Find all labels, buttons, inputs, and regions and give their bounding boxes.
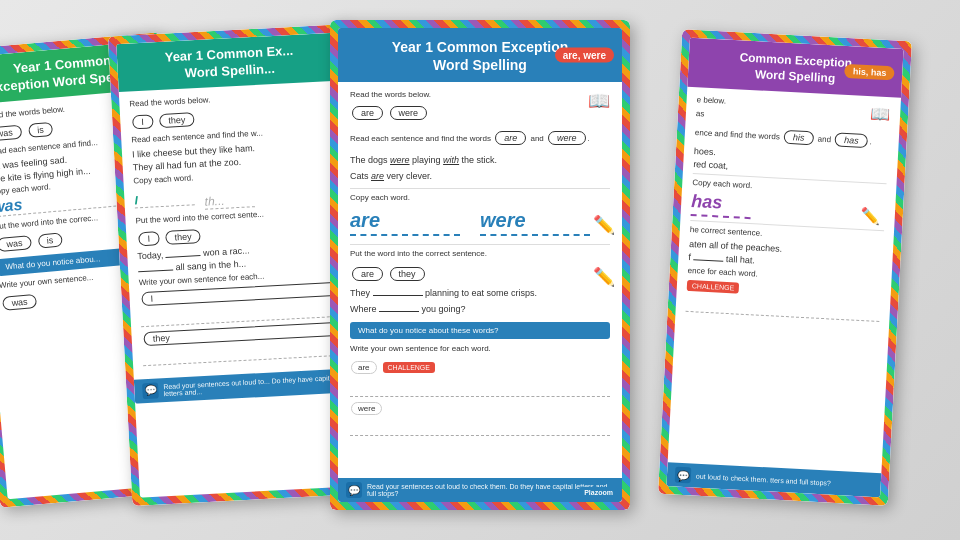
card4-challenge-badge: CHALLENGE — [687, 280, 740, 294]
card3-put-word-are: are — [352, 267, 383, 281]
card3-put-sentence1: They planning to eat some crisps. — [350, 288, 610, 298]
worksheet-card-4: Common ExceptionWord Spelling his, has 📖… — [658, 29, 912, 505]
scene: Year 1 Common Exception Word Spelling Re… — [0, 0, 960, 540]
pencil-icon-4: ✏️ — [859, 206, 880, 226]
card3-badge: are, were — [555, 48, 614, 63]
card3-write-word-are: are — [351, 361, 377, 374]
card3-sentence2: Cats are very clever. — [350, 171, 610, 181]
card3-word-are: are — [352, 106, 383, 120]
pencil-icon-1: ✏️ — [593, 214, 615, 236]
card3-instruction1: Read the words below. — [350, 90, 610, 99]
speech-bubble-icon-3: 💬 — [346, 482, 362, 498]
card1-word-was: was — [0, 124, 22, 141]
card3-sentence1: The dogs were playing with the stick. — [350, 155, 610, 165]
card3-target-are: are — [495, 131, 526, 145]
card2-title: Year 1 Common Ex...Word Spellin... — [129, 41, 330, 85]
card3-put-word-they: they — [390, 267, 425, 281]
book-icon-4: 📖 — [870, 104, 891, 124]
speech-bubble-icon-4: 💬 — [675, 467, 692, 484]
plazoom-logo: Plazoom — [579, 487, 618, 498]
card1-copy-word: was — [0, 196, 23, 217]
card4-bottom-text: out loud to check them. tters and full s… — [696, 472, 831, 486]
card3-copy-label: Copy each word. — [350, 193, 610, 202]
card3-put-sentence2: Where you going? — [350, 304, 610, 314]
card3-word-were: were — [390, 106, 428, 120]
card3-bottom-text: Read your sentences out loud to check th… — [367, 483, 614, 497]
card4-badge: his, has — [845, 63, 895, 80]
worksheet-card-3-main: Year 1 Common ExceptionWord Spelling are… — [330, 20, 630, 510]
book-icon: 📖 — [588, 90, 610, 112]
card3-put-label: Put the word into the correct sentence. — [350, 249, 610, 258]
card3-write-label: Write your own sentence for each word. — [350, 344, 610, 353]
card3-copy-word-are: are — [350, 209, 460, 236]
card1-put-word2: is — [37, 232, 63, 248]
card3-copy-word-were: were — [480, 209, 590, 236]
card2-word-they: they — [159, 112, 195, 128]
card3-write-word-were: were — [351, 402, 382, 415]
card4-target-has: has — [835, 133, 868, 149]
challenge-badge: CHALLENGE — [383, 362, 435, 373]
card1-word-is: is — [28, 122, 54, 138]
card3-target-were: were — [548, 131, 586, 145]
card2-word-I: I — [132, 114, 153, 129]
card1-put-word1: was — [0, 235, 32, 252]
card4-target-his: his — [784, 130, 814, 146]
card2-put-word2: they — [165, 229, 201, 245]
card1-write-word1: was — [2, 294, 37, 311]
card3-notice-bar[interactable]: What do you notice about these words? — [350, 322, 610, 339]
card4-copy-word: has — [691, 191, 752, 219]
pencil-icon-2: ✏️ — [593, 266, 615, 288]
card3-instruction2: Read each sentence and find the words ar… — [350, 129, 610, 147]
card2-put-word1: I — [138, 231, 159, 246]
speech-bubble-icon: 💬 — [142, 382, 159, 399]
